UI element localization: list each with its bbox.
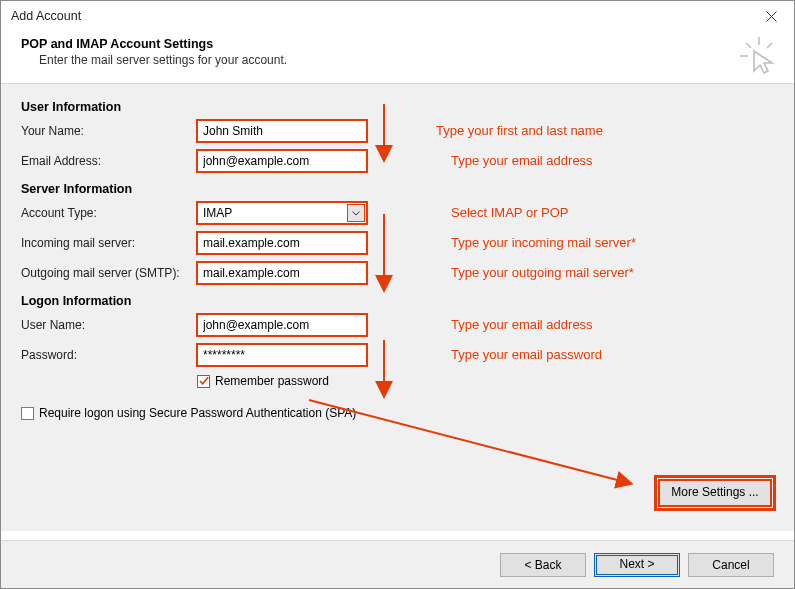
- titlebar: Add Account: [1, 1, 794, 31]
- add-account-dialog: Add Account POP and IMAP Account Setting…: [0, 0, 795, 589]
- label-incoming: Incoming mail server:: [21, 236, 197, 250]
- window-title: Add Account: [11, 9, 748, 23]
- row-outgoing: Outgoing mail server (SMTP): Type your o…: [21, 262, 774, 284]
- cursor-icon: [740, 37, 778, 78]
- close-button[interactable]: [748, 1, 794, 31]
- hint-outgoing: Type your outgoing mail server*: [451, 265, 634, 280]
- section-server-info: Server Information: [21, 182, 774, 196]
- section-user-info: User Information: [21, 100, 774, 114]
- input-password[interactable]: [197, 344, 367, 366]
- row-remember-password: Remember password: [197, 374, 774, 388]
- hint-incoming: Type your incoming mail server*: [451, 235, 636, 250]
- select-account-type[interactable]: IMAP: [197, 202, 367, 224]
- header-subtitle: Enter the mail server settings for your …: [21, 53, 774, 67]
- row-spa: Require logon using Secure Password Auth…: [21, 406, 774, 420]
- label-password: Password:: [21, 348, 197, 362]
- input-incoming[interactable]: [197, 232, 367, 254]
- check-icon: [199, 376, 209, 386]
- hint-email: Type your email address: [451, 153, 593, 168]
- row-incoming: Incoming mail server: Type your incoming…: [21, 232, 774, 254]
- label-spa: Require logon using Secure Password Auth…: [39, 406, 356, 420]
- input-email[interactable]: [197, 150, 367, 172]
- row-account-type: Account Type: IMAP Select IMAP or POP: [21, 202, 774, 224]
- hint-password: Type your email password: [451, 347, 602, 362]
- checkbox-spa[interactable]: [21, 407, 34, 420]
- label-remember-password: Remember password: [215, 374, 329, 388]
- close-icon: [766, 11, 777, 22]
- dropdown-button[interactable]: [347, 204, 365, 222]
- cancel-button[interactable]: Cancel: [688, 553, 774, 577]
- label-your-name: Your Name:: [21, 124, 197, 138]
- select-account-type-value: IMAP: [203, 206, 232, 220]
- section-logon-info: Logon Information: [21, 294, 774, 308]
- hint-username: Type your email address: [451, 317, 593, 332]
- row-email: Email Address: Type your email address: [21, 150, 774, 172]
- header-heading: POP and IMAP Account Settings: [21, 37, 774, 51]
- input-outgoing[interactable]: [197, 262, 367, 284]
- chevron-down-icon: [352, 211, 360, 216]
- svg-line-4: [746, 43, 751, 48]
- hint-account-type: Select IMAP or POP: [451, 205, 569, 220]
- input-username[interactable]: [197, 314, 367, 336]
- input-your-name[interactable]: [197, 120, 367, 142]
- row-your-name: Your Name: Type your first and last name: [21, 120, 774, 142]
- checkbox-remember-password[interactable]: [197, 375, 210, 388]
- row-username: User Name: Type your email address: [21, 314, 774, 336]
- back-button[interactable]: < Back: [500, 553, 586, 577]
- label-account-type: Account Type:: [21, 206, 197, 220]
- dialog-body: User Information Your Name: Type your fi…: [1, 84, 794, 531]
- dialog-header: POP and IMAP Account Settings Enter the …: [1, 31, 794, 84]
- label-email: Email Address:: [21, 154, 197, 168]
- dialog-footer: < Back Next > Cancel: [1, 540, 794, 588]
- more-settings-button[interactable]: More Settings ...: [658, 479, 772, 507]
- next-button[interactable]: Next >: [594, 553, 680, 577]
- hint-your-name: Type your first and last name: [436, 123, 603, 138]
- svg-line-5: [767, 43, 772, 48]
- row-password: Password: Type your email password: [21, 344, 774, 366]
- label-username: User Name:: [21, 318, 197, 332]
- label-outgoing: Outgoing mail server (SMTP):: [21, 266, 197, 280]
